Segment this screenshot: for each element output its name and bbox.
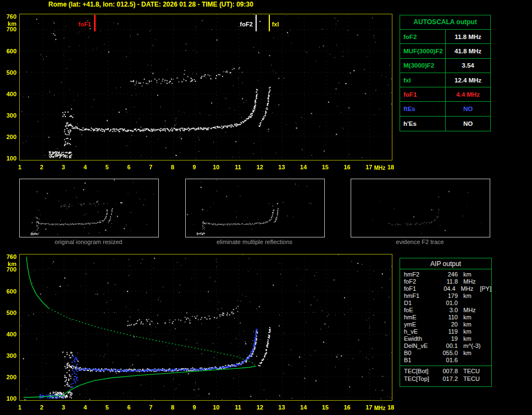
aip-row: hmE110km [400,314,491,321]
autoscala-row: foF211.8 MHz [400,30,490,44]
x-tick-label: 13 [275,404,288,411]
ionogram-canvas-top [20,14,392,160]
fof1-marker-line [94,15,96,31]
aip-row-label: Ewidth [404,335,435,342]
autoscala-row-label: foF1 [400,87,446,101]
y-tick-label: 300 [0,352,16,359]
y-tick-label: 400 [0,331,16,337]
aip-row-label: foF1 [404,285,433,292]
autoscala-output-panel: AUTOSCALA output foF211.8 MHzMUF(3000)F2… [400,15,491,131]
x-tick-label: 9 [188,164,201,170]
aip-row: foE3.0MHz [400,307,491,314]
x-tick-label: 10 [209,164,223,170]
x-tick-label: 6 [123,404,136,411]
x-end-tick-label: 18 [384,164,397,170]
aip-row-unit: km [463,292,472,300]
x-tick-label: 5 [101,164,114,170]
autoscala-row: MUF(3000)F241.8 MHz [400,44,490,58]
autoscala-output-title: AUTOSCALA output [400,15,490,30]
aip-row-label: B1 [404,357,435,364]
thumbnail-original [19,179,159,237]
aip-row-value: 3.0 [435,307,458,314]
aip-row: hmF2246km [400,271,491,278]
x-tick-label: 3 [57,404,70,411]
aip-row-label: hmF2 [404,271,435,278]
thumbnail-f2 [351,179,490,237]
autoscala-row-label: M(3000)F2 [400,59,446,73]
y-tick-label: 700 [0,266,16,273]
aip-row-label: hmF1 [404,292,435,300]
ionogram-plot-top: foF1foF2fxI [19,14,392,161]
autoscala-row-value: 12.4 MHz [446,77,490,84]
aip-row: D101.0 [400,300,491,307]
aip-row-label: foF2 [404,278,435,285]
x-tick-label: 4 [79,164,92,170]
autoscala-row-value: 11.8 MHz [446,34,490,40]
aip-row-unit: m^(-3) [463,342,480,350]
aip-row-value: 110 [435,314,458,321]
x-tick-label: 9 [188,404,201,411]
aip-output-title: AIP output [400,258,491,269]
aip-row-label: hmE [404,314,435,321]
aip-row-unit: TECU [463,375,480,383]
aip-row-unit: km [463,271,472,278]
x-tick-label: 7 [144,164,157,170]
aip-row: ymE20km [400,321,491,328]
thumbnail-caption: eliminate multiple reflections [174,239,335,245]
aip-row: h_vE119km [400,328,491,335]
aip-tec-row: TEC[Bot]007.8TECU [400,367,491,375]
aip-row-value: 01.6 [435,357,458,364]
aip-row: hmF1179km [400,292,491,300]
x-tick-label: 15 [319,164,332,170]
aip-row-label: h_vE [404,328,435,335]
x-tick-label: 4 [79,404,92,411]
aip-row-value: 04.4 [433,285,455,292]
x-tick-label: 12 [253,404,267,411]
aip-row-value: 00.1 [435,342,458,350]
aip-row: B0055.0km [400,350,491,357]
fof1-marker-label: foF1 [79,21,91,27]
aip-row-value: 007.8 [435,367,458,375]
ionogram-canvas-bottom [20,254,392,400]
x-tick-label: 3 [57,164,70,170]
aip-tec-row: TEC[Top]017.2TECU [400,375,491,383]
x-tick-label: 13 [275,164,288,170]
autoscala-row-value: NO [446,106,490,112]
aip-row-label: TEC[Bot] [404,367,435,375]
aip-row: foF104.4MHz[PY] [400,285,491,292]
x-tick-label: 11 [231,164,245,170]
x-tick-label: 14 [297,404,310,411]
aip-row-unit: km [463,328,472,335]
y-tick-label: 400 [0,91,16,97]
x-tick-label: 2 [35,404,48,411]
aip-row-unit: MHz [463,307,476,314]
thumbnail-canvas-original [20,179,157,236]
aip-row-label: foE [404,307,435,314]
fof2-marker-label: foF2 [240,21,253,27]
aip-row-value: 20 [435,321,458,328]
fxi-marker-line [269,15,270,31]
autoscala-row-label: h'Es [400,117,446,131]
aip-row-unit: km [463,335,472,342]
fxi-marker-label: fxI [272,21,279,27]
thumbnail-cleaned [185,179,325,237]
thumbnail-canvas-f2 [351,179,489,236]
x-tick-label: 12 [253,164,267,170]
autoscala-row-value: 4.4 MHz [446,91,490,98]
x-tick-label: 14 [297,164,310,170]
aip-row: B101.6 [400,357,491,364]
autoscala-ionogram-screen: Rome (lat: +41.8, lon: 012.5) - DATE: 20… [0,0,532,415]
x-tick-label: 16 [341,164,354,170]
x-tick-label: 8 [166,164,179,170]
y-tick-label: 700 [0,26,16,32]
aip-row-note: [PY] [480,285,491,292]
aip-row-value: 19 [435,335,458,342]
aip-row-value: 017.2 [435,375,458,383]
thumbnail-canvas-cleaned [186,179,323,236]
autoscala-row: ftEsNO [400,102,490,116]
aip-row-value: 246 [435,271,458,278]
aip-row-unit: km [463,314,472,321]
autoscala-output-rows: foF211.8 MHzMUF(3000)F241.8 MHzM(3000)F2… [400,30,490,131]
thumbnail-caption: evidence F2 trace [340,239,500,245]
x-tick-label: 5 [101,404,114,411]
